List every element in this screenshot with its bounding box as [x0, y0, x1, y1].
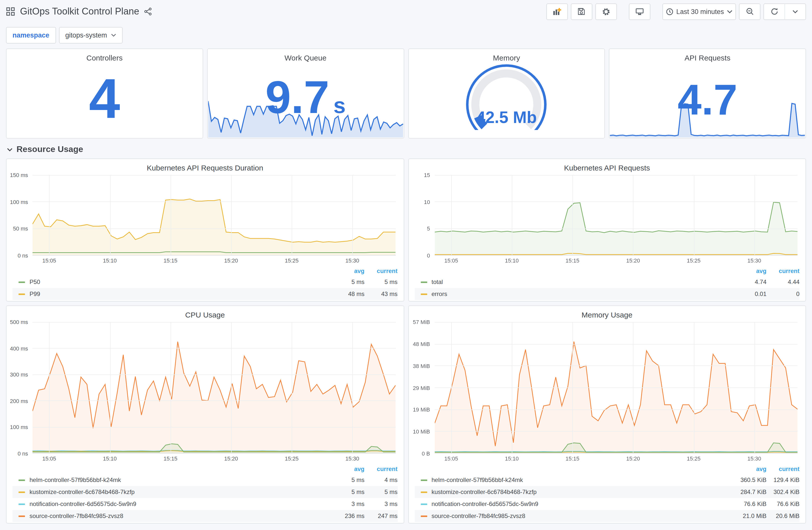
legend-col-current[interactable]: current: [767, 466, 799, 472]
legend-series-label[interactable]: errors: [432, 291, 734, 297]
legend-avg-value: 76.6 KiB: [734, 501, 767, 507]
legend-series-label[interactable]: source-controller-7fb84fc985-zvsz8: [432, 513, 734, 519]
legend-row: total4.744.44: [415, 276, 799, 288]
x-axis: 15:0515:1015:1515:2015:2515:30: [32, 454, 395, 463]
legend-col-current[interactable]: current: [364, 466, 397, 472]
panel-title[interactable]: Controllers: [6, 49, 203, 63]
add-panel-button[interactable]: [546, 3, 568, 20]
legend-row: notification-controller-6d56575dc-5w9n93…: [13, 498, 397, 510]
panel-title[interactable]: API Requests: [610, 49, 806, 63]
legend-series-label[interactable]: total: [432, 279, 734, 285]
cycle-view-mode-button[interactable]: [629, 3, 650, 20]
legend-header: avgcurrent: [415, 464, 799, 474]
refresh-button[interactable]: [764, 3, 784, 20]
legend-series-label[interactable]: helm-controller-57f9b56bbf-k24mk: [30, 476, 332, 484]
legend-current-value: 0: [767, 291, 799, 297]
work-queue-unit: s: [333, 93, 346, 118]
legend-current-value: 129.4 KiB: [767, 476, 799, 484]
legend-series-label[interactable]: helm-controller-57f9b56bbf-k24mk: [432, 476, 734, 484]
series-color-dash: [421, 293, 427, 295]
y-tick-label: 0 ns: [17, 451, 28, 456]
series-color-dash: [421, 503, 427, 505]
legend-current-value: 5 ms: [364, 279, 397, 285]
panel-title[interactable]: Work Queue: [208, 49, 404, 63]
panel-controllers: Controllers 4: [6, 48, 203, 138]
legend-row: helm-controller-57f9b56bbf-k24mk360.5 Ki…: [415, 474, 799, 486]
y-tick-label: 48 MiB: [413, 341, 430, 347]
legend-col-current[interactable]: current: [364, 267, 397, 275]
panel-title[interactable]: CPU Usage: [6, 306, 404, 320]
panel-title[interactable]: Memory: [408, 49, 605, 63]
plot-area[interactable]: [435, 322, 797, 454]
work-queue-value: 9.7: [265, 72, 330, 122]
legend-series-label[interactable]: kustomize-controller-6c6784b468-7kzfp: [30, 488, 332, 496]
time-range-picker[interactable]: Last 30 minutes: [662, 3, 736, 20]
legend-current-value: 76.6 KiB: [767, 501, 799, 507]
y-tick-label: 57 MiB: [413, 319, 430, 325]
plot-area[interactable]: [32, 175, 395, 255]
x-tick-label: 15:15: [164, 257, 177, 264]
panel-memory-usage: Memory Usage 57 MiB48 MiB38 MiB29 MiB19 …: [408, 306, 806, 524]
x-tick-label: 15:25: [687, 456, 700, 461]
panel-title[interactable]: Kubernetes API Requests Duration: [6, 159, 404, 173]
panel-work-queue: Work Queue 9.7s: [207, 48, 404, 138]
x-tick-label: 15:10: [505, 257, 519, 264]
x-tick-label: 15:20: [224, 257, 238, 264]
y-axis: 150 ms100 ms50 ms0 ns: [6, 175, 32, 255]
y-tick-label: 29 MiB: [413, 385, 430, 391]
save-dashboard-button[interactable]: [570, 3, 592, 20]
legend-col-current[interactable]: current: [767, 267, 799, 275]
x-tick-label: 15:25: [285, 257, 299, 264]
x-tick-label: 15:05: [444, 257, 458, 264]
y-tick-label: 400 ms: [10, 345, 28, 351]
legend-avg-value: 5 ms: [332, 488, 364, 496]
plot-area[interactable]: [32, 322, 395, 454]
panel-title[interactable]: Kubernetes API Requests: [408, 159, 806, 173]
legend-avg-value: 360.5 KiB: [734, 476, 767, 484]
y-tick-label: 38 MiB: [413, 363, 430, 369]
stat-value-wrap: 4: [6, 71, 203, 127]
legend-series-label[interactable]: notification-controller-6d56575dc-5w9n9: [432, 501, 734, 507]
y-tick-label: 150 ms: [10, 172, 28, 178]
panel-title[interactable]: Memory Usage: [408, 306, 806, 320]
legend-col-avg[interactable]: avg: [332, 466, 364, 472]
chevron-down-icon: [727, 10, 733, 13]
y-tick-label: 19 MiB: [413, 407, 430, 413]
legend-row: helm-controller-57f9b56bbf-k24mk5 ms4 ms: [13, 474, 397, 486]
x-tick-label: 15:05: [444, 456, 458, 461]
x-tick-label: 15:30: [748, 257, 761, 264]
refresh-interval-dropdown[interactable]: [784, 3, 806, 20]
stat-value-wrap: 4.7: [610, 78, 806, 121]
share-icon[interactable]: [144, 8, 153, 15]
dashboard-settings-button[interactable]: [595, 3, 617, 20]
memory-gauge-value: 42.5 Mb: [408, 108, 605, 127]
y-tick-label: 0 ns: [17, 252, 28, 259]
legend-current-value: 3 ms: [364, 501, 397, 507]
zoom-out-button[interactable]: [739, 3, 760, 20]
legend-col-avg[interactable]: avg: [734, 267, 767, 275]
x-tick-label: 15:15: [566, 456, 579, 461]
series-color-dash: [18, 293, 25, 295]
legend-avg-value: 0.01: [734, 291, 767, 297]
legend-avg-value: 284.7 KiB: [734, 488, 767, 496]
plot-area[interactable]: [435, 175, 797, 255]
legend-col-avg[interactable]: avg: [332, 267, 364, 275]
legend-series-label[interactable]: P99: [30, 291, 332, 297]
legend-current-value: 247 ms: [364, 513, 397, 519]
legend-row: P9948 ms43 ms: [13, 288, 397, 300]
legend-series-label[interactable]: notification-controller-6d56575dc-5w9n9: [30, 501, 332, 507]
legend-series-label[interactable]: P50: [30, 279, 332, 285]
legend-series-label[interactable]: source-controller-7fb84fc985-zvsz8: [30, 513, 332, 519]
row-resource-usage[interactable]: Resource Usage: [0, 138, 812, 159]
series-color-dash: [18, 503, 25, 505]
variable-namespace-label: namespace: [6, 27, 56, 44]
variable-namespace-select[interactable]: gitops-system: [59, 27, 122, 44]
legend-row: source-controller-7fb84fc985-zvsz8236 ms…: [13, 510, 397, 522]
legend-series-label[interactable]: kustomize-controller-6c6784b468-7kzfp: [432, 488, 734, 496]
y-tick-label: 10: [424, 199, 430, 205]
add-panel-icon: [553, 7, 561, 16]
x-tick-label: 15:10: [103, 456, 117, 461]
legend-current-value: 4 ms: [364, 476, 397, 484]
legend-col-avg[interactable]: avg: [734, 466, 767, 472]
x-tick-label: 15:05: [42, 257, 56, 264]
